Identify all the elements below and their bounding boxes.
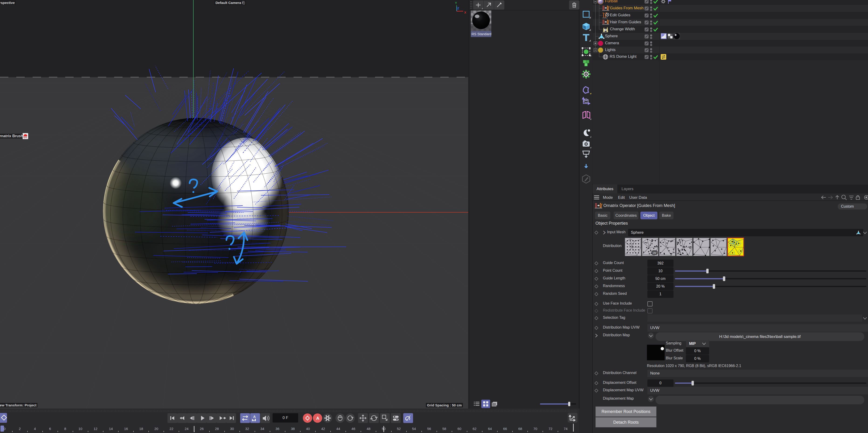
svg-text:46: 46 [351, 427, 355, 431]
svg-text:18: 18 [139, 427, 143, 431]
svg-text:6: 6 [49, 427, 51, 431]
svg-text:0: 0 [4, 427, 6, 431]
svg-text:26: 26 [200, 427, 204, 431]
svg-text:16: 16 [124, 427, 128, 431]
svg-text:8: 8 [64, 427, 66, 431]
svg-text:22: 22 [169, 427, 174, 431]
svg-text:A: A [316, 416, 319, 421]
svg-text:4: 4 [34, 427, 36, 431]
svg-text:44: 44 [336, 427, 340, 431]
svg-text:34: 34 [260, 427, 265, 431]
svg-text:2: 2 [19, 427, 21, 431]
svg-text:72: 72 [549, 427, 553, 431]
svg-text:28: 28 [215, 427, 219, 431]
svg-text:52: 52 [397, 427, 401, 431]
svg-text:14: 14 [109, 427, 113, 431]
svg-text:10: 10 [79, 427, 83, 431]
svg-text:74: 74 [564, 427, 568, 431]
svg-text:38: 38 [291, 427, 295, 431]
svg-text:uv: uv [653, 251, 656, 254]
svg-text:58: 58 [442, 427, 446, 431]
svg-text:54: 54 [412, 427, 416, 431]
svg-text:66: 66 [503, 427, 507, 431]
svg-text:A: A [253, 414, 256, 419]
svg-text:48: 48 [367, 427, 371, 431]
svg-text:40: 40 [306, 427, 310, 431]
svg-text:30: 30 [230, 427, 234, 431]
svg-text:64: 64 [488, 427, 492, 431]
svg-text:12: 12 [94, 427, 98, 431]
svg-text:20: 20 [154, 427, 158, 431]
svg-text:24: 24 [185, 427, 189, 431]
svg-text:70: 70 [533, 427, 537, 431]
svg-text:56: 56 [427, 427, 431, 431]
svg-text:60: 60 [458, 427, 462, 431]
svg-text:68: 68 [518, 427, 522, 431]
svg-text:36: 36 [276, 427, 280, 431]
svg-text:32: 32 [245, 427, 249, 431]
svg-text:42: 42 [321, 427, 325, 431]
svg-text:62: 62 [473, 427, 477, 431]
